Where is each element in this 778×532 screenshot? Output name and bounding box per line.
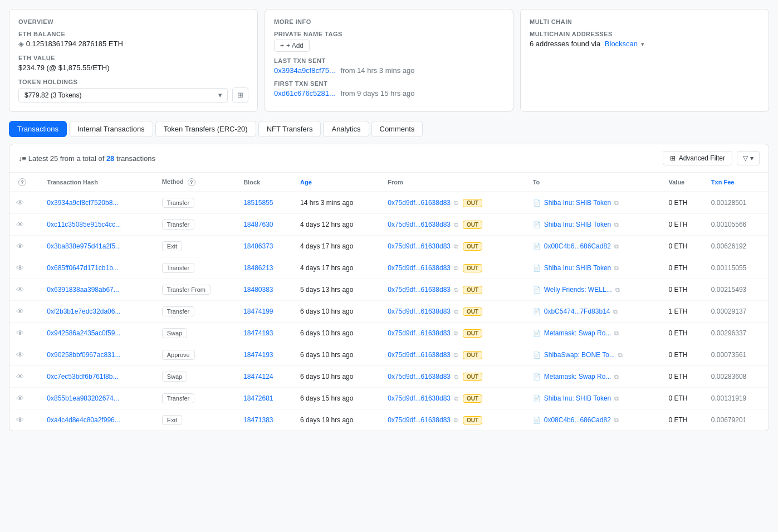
block-link[interactable]: 18474193 [243,351,273,359]
block-link[interactable]: 18474193 [243,329,273,337]
eye-icon[interactable]: 👁 [16,329,24,338]
total-count[interactable]: 28 [106,154,114,163]
from-address-link[interactable]: 0x75d9df...61638d83 [388,264,451,272]
from-address-link[interactable]: 0x75d9df...61638d83 [388,221,451,228]
to-copy-icon[interactable]: ⧉ [615,286,620,294]
row-hash-cell: 0xf2b3b1e7edc32da06... [40,301,155,323]
from-address-link[interactable]: 0x75d9df...61638d83 [388,199,451,207]
table-row: 👁 0x6391838aa398ab67... Transfer From 18… [9,279,769,301]
from-address-link[interactable]: 0x75d9df...61638d83 [388,394,451,402]
tx-hash-link[interactable]: 0xc7ec53bdf6b761f8b... [47,373,118,380]
tab-comments[interactable]: Comments [371,121,423,137]
block-link[interactable]: 18480383 [243,286,273,294]
from-copy-icon[interactable]: ⧉ [454,395,458,402]
tx-hash-link[interactable]: 0x942586a2435ac0f59... [47,329,120,337]
row-value-cell: 0 ETH [662,366,704,388]
block-link[interactable]: 18471383 [243,416,273,424]
tx-hash-link[interactable]: 0xc11c35085e915c4cc... [47,221,121,228]
block-link[interactable]: 18474124 [243,373,273,380]
from-copy-icon[interactable]: ⧉ [454,265,458,272]
from-address-link[interactable]: 0x75d9df...61638d83 [388,416,451,424]
tab-token-transfers[interactable]: Token Transfers (ERC-20) [155,121,256,137]
from-copy-icon[interactable]: ⧉ [454,352,458,359]
column-filter-button[interactable]: ▽ ▾ [737,151,760,165]
to-address-link[interactable]: Metamask: Swap Ro... [544,373,611,380]
from-address-link[interactable]: 0x75d9df...61638d83 [388,329,451,337]
to-copy-icon[interactable]: ⧉ [614,395,619,402]
last-txn-hash[interactable]: 0x3934a9cf8cf75... [274,66,335,75]
eye-icon[interactable]: 👁 [16,285,24,294]
eye-icon[interactable]: 👁 [16,416,24,424]
block-link[interactable]: 18472681 [243,394,273,402]
eye-icon[interactable]: 👁 [16,263,24,272]
to-address-link[interactable]: Metamask: Swap Ro... [544,329,611,337]
from-address-link[interactable]: 0x75d9df...61638d83 [388,308,451,315]
from-address-link[interactable]: 0x75d9df...61638d83 [388,286,451,294]
tx-hash-link[interactable]: 0xf2b3b1e7edc32da06... [47,308,120,315]
eye-icon[interactable]: 👁 [16,220,24,229]
from-copy-icon[interactable]: ⧉ [454,221,458,228]
from-copy-icon[interactable]: ⧉ [454,243,458,250]
block-link[interactable]: 18486213 [243,264,273,272]
to-address-link[interactable]: Shiba Inu: SHIB Token [544,394,611,402]
from-copy-icon[interactable]: ⧉ [454,330,458,337]
add-tag-button[interactable]: + + Add [274,40,310,52]
from-copy-icon[interactable]: ⧉ [454,286,458,294]
eye-icon[interactable]: 👁 [16,307,24,316]
eye-icon[interactable]: 👁 [16,350,24,359]
from-copy-icon[interactable]: ⧉ [454,373,458,380]
block-link[interactable]: 18487630 [243,221,273,228]
from-address-link[interactable]: 0x75d9df...61638d83 [388,351,451,359]
to-address-link[interactable]: Welly Friends: WELL... [544,286,612,294]
method-info-icon[interactable]: ? [188,178,195,186]
from-address-link[interactable]: 0x75d9df...61638d83 [388,242,451,250]
to-copy-icon[interactable]: ⧉ [618,352,623,359]
tab-internal-transactions[interactable]: Internal Transactions [69,121,153,137]
to-copy-icon[interactable]: ⧉ [614,330,619,337]
tx-hash-link[interactable]: 0x3934a9cf8cf7520b8... [47,199,118,207]
to-address-link[interactable]: ShibaSwap: BONE To... [544,351,615,359]
from-copy-icon[interactable]: ⧉ [454,308,458,315]
from-address-link[interactable]: 0x75d9df...61638d83 [388,373,451,380]
to-copy-icon[interactable]: ⧉ [614,417,619,424]
tab-nft-transfers[interactable]: NFT Transfers [258,121,321,137]
from-copy-icon[interactable]: ⧉ [454,199,458,207]
block-link[interactable]: 18474199 [243,308,273,315]
eye-icon[interactable]: 👁 [16,372,24,381]
tx-hash-link[interactable]: 0x855b1ea983202674... [47,394,119,402]
to-address-link[interactable]: Shiba Inu: SHIB Token [544,264,611,272]
block-link[interactable]: 18486373 [243,242,273,250]
token-select-wrapper[interactable]: $779.82 (3 Tokens) [18,88,228,103]
from-copy-icon[interactable]: ⧉ [454,417,458,424]
to-address-link[interactable]: 0x08C4b6...686Cad82 [544,416,611,424]
to-copy-icon[interactable]: ⧉ [614,373,619,380]
to-copy-icon[interactable]: ⧉ [614,199,619,207]
tab-transactions[interactable]: Transactions [9,121,67,137]
block-link[interactable]: 18515855 [243,199,273,207]
to-address-link[interactable]: Shiba Inu: SHIB Token [544,221,611,228]
to-copy-icon[interactable]: ⧉ [614,243,619,250]
question-icon[interactable]: ? [18,178,26,186]
to-copy-icon[interactable]: ⧉ [613,308,618,315]
row-value-cell: 0 ETH [662,409,704,431]
eye-icon[interactable]: 👁 [16,198,24,207]
eye-icon[interactable]: 👁 [16,394,24,403]
tx-hash-link[interactable]: 0x6391838aa398ab67... [47,286,119,294]
tx-hash-link[interactable]: 0x3ba838e975d41a2f5... [47,242,121,250]
first-txn-hash[interactable]: 0xd61c676c5281... [274,89,335,97]
token-view-icon-btn[interactable]: ⊞ [232,87,248,103]
to-copy-icon[interactable]: ⧉ [614,221,619,228]
to-copy-icon[interactable]: ⧉ [614,265,619,272]
to-address-link[interactable]: 0x08C4b6...686Cad82 [544,242,611,250]
advanced-filter-button[interactable]: ⊞ Advanced Filter [663,151,732,165]
tx-hash-link[interactable]: 0xa4c4d8e4c80a2f996... [47,416,120,424]
token-holdings-select[interactable]: $779.82 (3 Tokens) [18,88,228,103]
blockscan-link[interactable]: Blockscan [605,40,638,48]
row-age-cell: 6 days 15 hrs ago [293,388,381,409]
tx-hash-link[interactable]: 0x90258bbf0967ac831... [47,351,120,359]
eye-icon[interactable]: 👁 [16,242,24,251]
to-address-link[interactable]: 0xbC5474...7Fd83b14 [544,308,610,315]
to-address-link[interactable]: Shiba Inu: SHIB Token [544,199,611,207]
tx-hash-link[interactable]: 0x685ff0647d171cb1b... [47,264,119,272]
tab-analytics[interactable]: Analytics [323,121,369,137]
